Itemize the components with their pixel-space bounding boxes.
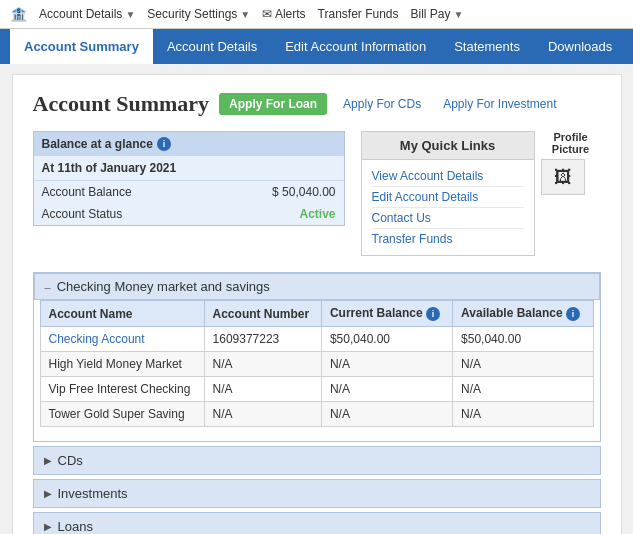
col-current-balance: Current Balance i xyxy=(321,301,452,327)
checking-table-wrap: Account Name Account Number Current Bala… xyxy=(34,300,600,441)
table-row: High Yield Money MarketN/AN/AN/A xyxy=(40,352,593,377)
checking-section-toggle[interactable]: – xyxy=(45,281,51,293)
profile-picture-area: Profile Picture 🖼 xyxy=(541,131,601,256)
account-balance-row: Account Balance $ 50,040.00 xyxy=(34,181,344,203)
account-number-0: 1609377223 xyxy=(204,327,321,352)
blue-nav-edit-account[interactable]: Edit Account Information xyxy=(271,29,440,64)
loans-collapse-arrow: ▶ xyxy=(44,521,52,532)
account-status-row: Account Status Active xyxy=(34,203,344,225)
apply-for-investment-button[interactable]: Apply For Investment xyxy=(437,93,562,115)
nav-transfer-funds-label: Transfer Funds xyxy=(318,7,399,21)
nav-alerts-label: ✉ Alerts xyxy=(262,7,305,21)
balance-box-header: Balance at a glance i xyxy=(34,132,344,156)
nav-bill-pay-label: Bill Pay xyxy=(411,7,451,21)
account-name-3: Tower Gold Super Saving xyxy=(40,402,204,427)
page-title: Account Summary xyxy=(33,91,210,117)
account-link-0[interactable]: Checking Account xyxy=(49,332,145,346)
nav-security-settings-label: Security Settings xyxy=(147,7,237,21)
quick-link-edit-account[interactable]: Edit Account Details xyxy=(372,187,524,208)
available-balance-3: N/A xyxy=(453,402,593,427)
cds-section: ▶ CDs xyxy=(33,446,601,475)
account-balance-value: $ 50,040.00 xyxy=(272,185,335,199)
nav-bill-pay[interactable]: Bill Pay ▼ xyxy=(411,7,464,21)
bank-icon: 🏦 xyxy=(10,6,27,22)
quick-links-container: My Quick Links View Account Details Edit… xyxy=(361,131,535,256)
investments-section-header[interactable]: ▶ Investments xyxy=(34,480,600,507)
quick-link-transfer-funds[interactable]: Transfer Funds xyxy=(372,229,524,249)
cds-section-label: CDs xyxy=(58,453,83,468)
apply-for-loan-button[interactable]: Apply For Loan xyxy=(219,93,327,115)
quick-links-header: My Quick Links xyxy=(362,132,534,160)
quick-link-view-account[interactable]: View Account Details xyxy=(372,166,524,187)
balance-info-icon[interactable]: i xyxy=(157,137,171,151)
account-status-label: Account Status xyxy=(42,207,123,221)
quick-links-list: View Account Details Edit Account Detail… xyxy=(362,160,534,255)
blue-nav-downloads[interactable]: Downloads xyxy=(534,29,626,64)
blue-nav-account-details[interactable]: Account Details xyxy=(153,29,271,64)
account-number-1: N/A xyxy=(204,352,321,377)
chevron-down-icon: ▼ xyxy=(125,9,135,20)
account-status-value: Active xyxy=(299,207,335,221)
profile-picture-label: Profile Picture xyxy=(541,131,601,155)
account-number-2: N/A xyxy=(204,377,321,402)
available-balance-2: N/A xyxy=(453,377,593,402)
checking-section-title: Checking Money market and savings xyxy=(57,279,270,294)
nav-security-settings[interactable]: Security Settings ▼ xyxy=(147,7,250,21)
checking-section: – Checking Money market and savings Acco… xyxy=(33,272,601,442)
blue-nav-account-summary[interactable]: Account Summary xyxy=(10,29,153,64)
table-row: Checking Account1609377223$50,040.00$50,… xyxy=(40,327,593,352)
balance-header-label: Balance at a glance xyxy=(42,137,153,151)
top-navigation: 🏦 Account Details ▼ Security Settings ▼ … xyxy=(0,0,633,29)
loans-section: ▶ Loans xyxy=(33,512,601,534)
current-balance-3: N/A xyxy=(321,402,452,427)
cds-collapse-arrow: ▶ xyxy=(44,455,52,466)
available-balance-info-icon[interactable]: i xyxy=(566,307,580,321)
nav-account-details-label: Account Details xyxy=(39,7,122,21)
current-balance-0: $50,040.00 xyxy=(321,327,452,352)
account-name-1: High Yield Money Market xyxy=(40,352,204,377)
available-balance-1: N/A xyxy=(453,352,593,377)
balance-box: Balance at a glance i At 11th of January… xyxy=(33,131,345,226)
balance-date: At 11th of January 2021 xyxy=(34,156,344,181)
available-balance-0: $50,040.00 xyxy=(453,327,593,352)
blue-navigation: Account Summary Account Details Edit Acc… xyxy=(0,29,633,64)
profile-picture-placeholder: 🖼 xyxy=(541,159,585,195)
account-balance-label: Account Balance xyxy=(42,185,132,199)
nav-account-details[interactable]: Account Details ▼ xyxy=(39,7,135,21)
balance-column: Balance at a glance i At 11th of January… xyxy=(33,131,345,256)
main-content: Account Summary Apply For Loan Apply For… xyxy=(12,74,622,534)
loans-section-label: Loans xyxy=(58,519,93,534)
quick-links-column: My Quick Links View Account Details Edit… xyxy=(361,131,601,256)
nav-transfer-funds[interactable]: Transfer Funds xyxy=(318,7,399,21)
summary-two-col: Balance at a glance i At 11th of January… xyxy=(33,131,601,256)
cds-section-header[interactable]: ▶ CDs xyxy=(34,447,600,474)
checking-section-header: – Checking Money market and savings xyxy=(34,273,600,300)
nav-alerts[interactable]: ✉ Alerts xyxy=(262,7,305,21)
quick-links-box: My Quick Links View Account Details Edit… xyxy=(361,131,535,256)
current-balance-1: N/A xyxy=(321,352,452,377)
profile-image-icon: 🖼 xyxy=(554,167,572,188)
checking-table: Account Name Account Number Current Bala… xyxy=(40,300,594,427)
page-heading-row: Account Summary Apply For Loan Apply For… xyxy=(33,91,601,117)
table-row: Tower Gold Super SavingN/AN/AN/A xyxy=(40,402,593,427)
account-name-2: Vip Free Interest Checking xyxy=(40,377,204,402)
col-available-balance: Available Balance i xyxy=(453,301,593,327)
blue-nav-statements[interactable]: Statements xyxy=(440,29,534,64)
apply-for-cds-button[interactable]: Apply For CDs xyxy=(337,93,427,115)
investments-section-label: Investments xyxy=(58,486,128,501)
loans-section-header[interactable]: ▶ Loans xyxy=(34,513,600,534)
current-balance-info-icon[interactable]: i xyxy=(426,307,440,321)
quick-link-contact-us[interactable]: Contact Us xyxy=(372,208,524,229)
investments-section: ▶ Investments xyxy=(33,479,601,508)
investments-collapse-arrow: ▶ xyxy=(44,488,52,499)
table-row: Vip Free Interest CheckingN/AN/AN/A xyxy=(40,377,593,402)
chevron-down-icon: ▼ xyxy=(240,9,250,20)
account-number-3: N/A xyxy=(204,402,321,427)
current-balance-2: N/A xyxy=(321,377,452,402)
chevron-down-icon: ▼ xyxy=(454,9,464,20)
col-account-name: Account Name xyxy=(40,301,204,327)
col-account-number: Account Number xyxy=(204,301,321,327)
